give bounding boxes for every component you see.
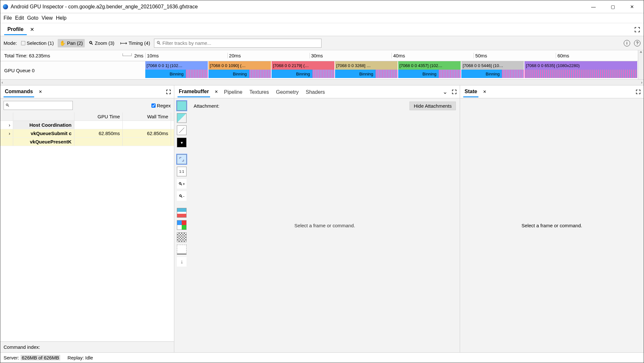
commands-maximize-icon[interactable] — [166, 90, 171, 94]
gpu-bar[interactable]: [7068 0 0 3268] …Binning — [335, 61, 398, 79]
mode-selection[interactable]: Selection (1) — [19, 39, 56, 47]
commands-table: GPU Time Wall Time ›Host Coordination›vk… — [0, 113, 174, 146]
fb-actual-size-icon[interactable]: 1:1 — [177, 167, 187, 176]
fb-channels-icon[interactable] — [177, 220, 187, 230]
svg-line-1 — [179, 128, 184, 133]
tab-state-close[interactable]: ✕ — [483, 89, 486, 94]
statusbar: Server: 626MB of 626MB Replay: Idle — [0, 352, 644, 363]
titlebar: Android GPU Inspector - com.google.a2g.b… — [0, 0, 644, 13]
framebuffer-maximize-icon[interactable] — [452, 90, 457, 94]
menu-edit[interactable]: Edit — [15, 15, 24, 21]
fb-fit-icon[interactable] — [177, 154, 187, 164]
fb-overdraw-icon[interactable] — [177, 125, 187, 135]
col-wall-time: Wall Time — [123, 113, 171, 121]
state-pane: State ✕ Select a frame or command. — [460, 85, 644, 352]
command-row[interactable]: vkQueuePresentK — [0, 138, 174, 146]
menubar: File Edit Goto View Help — [0, 13, 644, 23]
commands-search-input[interactable] — [4, 101, 73, 110]
status-replay-label: Replay: — [67, 355, 84, 360]
tab-pipeline[interactable]: Pipeline — [223, 87, 244, 97]
fb-histogram-icon[interactable] — [177, 208, 187, 218]
timeline-vscroll[interactable]: ^ — [638, 50, 644, 79]
fb-zoom-out-icon[interactable]: 🔍︎- — [177, 191, 187, 201]
mode-zoom[interactable]: 🔍︎ Zoom (3) — [87, 39, 116, 47]
window-close[interactable]: ✕ — [627, 4, 637, 9]
fb-flip-icon[interactable] — [177, 245, 187, 254]
status-server-label: Server: — [4, 355, 19, 360]
tab-profile[interactable]: Profile — [4, 24, 27, 35]
timeline-tick: 50ms — [474, 53, 556, 58]
main-tab-row: Profile ✕ — [0, 23, 644, 36]
search-icon: 🔍︎ — [5, 103, 10, 108]
timeline-tick: 30ms — [310, 53, 392, 58]
fb-zoom-in-icon[interactable]: 🔍︎+ — [177, 179, 187, 189]
tab-profile-close[interactable]: ✕ — [30, 26, 34, 33]
window-title: Android GPU Inspector - com.google.a2g.b… — [11, 4, 588, 10]
tab-framebuffer[interactable]: Framebuffer — [178, 86, 210, 97]
hand-icon: ✋ — [60, 40, 66, 46]
state-maximize-icon[interactable] — [636, 90, 640, 94]
hide-attachments-button[interactable]: Hide Attachments — [409, 102, 456, 110]
scale-hint: 2ms — [134, 53, 145, 58]
info-icon[interactable]: i — [624, 40, 630, 46]
fb-checker-icon[interactable] — [177, 232, 187, 242]
framebuffer-empty-msg: Select a frame or command. — [294, 223, 355, 228]
total-time-value: 63.235ms — [29, 53, 50, 58]
tab-commands-close[interactable]: ✕ — [39, 89, 42, 94]
commands-pane: Commands ✕ 🔍︎ Regex — [0, 85, 174, 352]
tab-framebuffer-close[interactable]: ✕ — [215, 89, 218, 94]
fb-save-icon[interactable]: ⤓ — [177, 257, 187, 267]
fb-wireframe-icon[interactable] — [177, 113, 187, 123]
file-name: com.google.a2g.bender_angle_20210607_163… — [68, 4, 198, 9]
fb-depth-icon[interactable]: ▾ — [177, 138, 187, 147]
timeline-tick: 60ms — [556, 53, 638, 58]
timeline-hscroll[interactable]: ‹› — [0, 79, 644, 85]
framebuffer-pane: Framebuffer ✕ Pipeline Textures Geometry… — [174, 85, 460, 352]
tab-textures[interactable]: Textures — [248, 87, 270, 97]
fb-color-icon[interactable] — [177, 101, 187, 111]
timeline-tick: 20ms — [227, 53, 310, 58]
total-time-label: Total Time: — [4, 53, 28, 58]
timeline-tick: 40ms — [391, 53, 474, 58]
filter-tracks-input[interactable]: 🔍︎ Filter tracks by name... — [154, 39, 322, 48]
mode-pan[interactable]: ✋ Pan (2) — [58, 39, 85, 47]
gpu-bar[interactable]: [7068 0 0 2179] (…Binning — [272, 61, 335, 79]
gpu-queue-bars[interactable]: [7068 0 0 1] (102…Binning[7068 0 0 1090]… — [145, 61, 638, 79]
window-maximize[interactable]: ▢ — [608, 4, 618, 9]
command-row[interactable]: ›vkQueueSubmit c62.850ms62.850ms — [0, 129, 174, 138]
menu-view[interactable]: View — [42, 15, 53, 21]
window-minimize[interactable]: — — [588, 4, 599, 9]
framebuffer-icon-toolbar: ▾ 1:1 🔍︎+ 🔍︎- ⤓ — [174, 98, 190, 352]
timeline-tick: 10ms — [145, 53, 227, 58]
menu-goto[interactable]: Goto — [27, 15, 38, 21]
tab-state[interactable]: State — [463, 86, 478, 97]
gpu-bar[interactable]: [7068 0 0 6535] (1080x2280) — [524, 61, 638, 79]
maximize-icon[interactable] — [635, 27, 640, 32]
menu-file[interactable]: File — [4, 15, 12, 21]
gpu-bar[interactable]: [7068 0 0 4357] (102…Binning — [398, 61, 461, 79]
gpu-queue-label: GPU Queue 0 — [0, 61, 145, 79]
svg-rect-0 — [21, 41, 25, 45]
gpu-bar[interactable]: [7068 0 0 1090] (…Binning — [208, 61, 272, 79]
state-empty-msg: Select a frame or command. — [522, 223, 582, 228]
magnifier-icon: 🔍︎ — [89, 40, 93, 46]
app-icon — [3, 4, 8, 9]
app-name: Android GPU Inspector — [11, 4, 64, 9]
help-icon[interactable]: ? — [634, 40, 640, 46]
gpu-bar[interactable]: [7068 0 0 1] (102…Binning — [145, 61, 208, 79]
gpu-bar[interactable]: [7068 0 0 5446] (10…Binning — [461, 61, 524, 79]
mode-timing[interactable]: ⟼ Timing (4) — [118, 39, 152, 47]
attachment-label: Attachment: — [194, 103, 219, 109]
menu-help[interactable]: Help — [56, 15, 66, 21]
tab-shaders[interactable]: Shaders — [304, 87, 326, 97]
status-replay-value: Idle — [85, 355, 93, 360]
search-icon: 🔍︎ — [156, 40, 161, 46]
command-index-label: Command index: — [0, 341, 174, 352]
command-row[interactable]: ›Host Coordination — [0, 121, 174, 129]
chevron-down-icon[interactable]: ⌄ — [443, 88, 447, 95]
mode-label: Mode: — [4, 40, 17, 46]
timing-icon: ⟼ — [120, 40, 127, 46]
regex-checkbox[interactable]: Regex — [151, 103, 171, 108]
tab-commands[interactable]: Commands — [4, 86, 34, 97]
tab-geometry[interactable]: Geometry — [275, 87, 300, 97]
